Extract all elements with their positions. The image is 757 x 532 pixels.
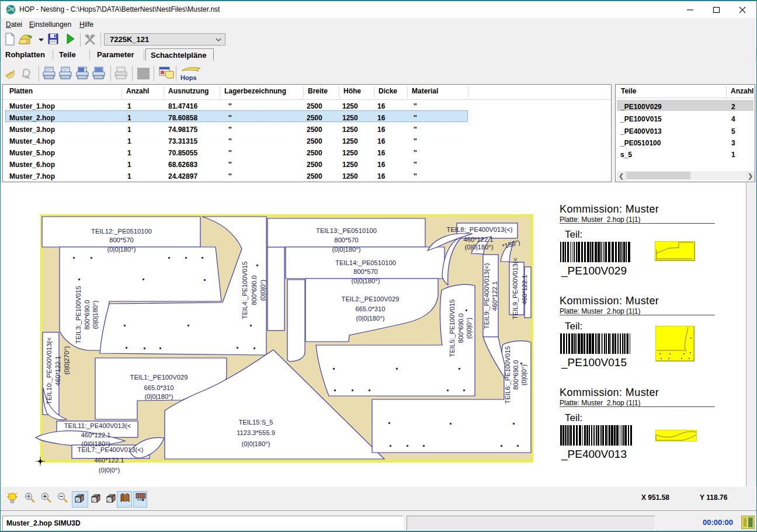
svg-text:TEIL15:S_5: TEIL15:S_5 xyxy=(238,419,273,426)
svg-text:(0|0|180°): (0|0|180°) xyxy=(356,315,385,322)
svg-text:800*570: 800*570 xyxy=(353,268,378,275)
svg-text:460*122.1: 460*122.1 xyxy=(463,236,493,243)
svg-text:TEIL4:_PE100V015: TEIL4:_PE100V015 xyxy=(241,262,248,319)
svg-text:(0|0|180°): (0|0|180°) xyxy=(107,246,136,253)
svg-text:665.0*310: 665.0*310 xyxy=(144,384,173,391)
svg-text:800*690.0: 800*690.0 xyxy=(457,313,464,343)
svg-text:(0|0|0°): (0|0|0°) xyxy=(99,467,120,474)
svg-text:TEIL1:_PE100V029: TEIL1:_PE100V029 xyxy=(130,374,188,381)
svg-text:460*122.1: 460*122.1 xyxy=(521,274,528,304)
svg-text:800*690.0: 800*690.0 xyxy=(512,360,519,390)
svg-text:TEIL8:_PE400V013(<): TEIL8:_PE400V013(<) xyxy=(447,226,513,233)
svg-text:TEIL3:_PE100V015: TEIL3:_PE100V015 xyxy=(75,286,82,344)
svg-text:(0|0|180°): (0|0|180°) xyxy=(332,246,361,253)
svg-text:(0|0|180°): (0|0|180°) xyxy=(352,277,380,284)
svg-text:1123.3*555.9: 1123.3*555.9 xyxy=(237,429,275,436)
svg-text:(0|0|180°): (0|0|180°) xyxy=(145,393,173,400)
svg-text:TEIL2:_PE100V029: TEIL2:_PE100V029 xyxy=(342,295,400,302)
svg-text:800*690.0: 800*690.0 xyxy=(251,275,258,305)
svg-text:TEIL7:_PE400V013(<): TEIL7:_PE400V013(<) xyxy=(78,446,144,453)
svg-text:TEIL13:_PE0510100: TEIL13:_PE0510100 xyxy=(316,227,377,234)
svg-text:(0|0|180°): (0|0|180°) xyxy=(242,440,270,447)
svg-text:460*122.1: 460*122.1 xyxy=(491,281,498,311)
svg-text:460*122.1: 460*122.1 xyxy=(81,432,110,439)
svg-text:(0|0|0°): (0|0|0°) xyxy=(520,364,527,386)
svg-text:800*570: 800*570 xyxy=(109,237,134,244)
svg-text:TEIL10:_PE400V013(<: TEIL10:_PE400V013(< xyxy=(46,337,53,404)
svg-text:(0|0|0°): (0|0|0°) xyxy=(259,280,266,301)
svg-text:TEIL9:_PE400V013(<): TEIL9:_PE400V013(<) xyxy=(483,263,490,329)
svg-text:TEIL12:_PE0510100: TEIL12:_PE0510100 xyxy=(91,228,152,235)
svg-text:(0|0|0°): (0|0|0°) xyxy=(466,318,473,339)
svg-text:TEIL5:_PE100V015: TEIL5:_PE100V015 xyxy=(449,300,456,357)
svg-text:460*122.1: 460*122.1 xyxy=(54,356,61,385)
svg-text:TEIL6:_PE100V015: TEIL6:_PE100V015 xyxy=(504,346,511,404)
svg-text:665.0*310: 665.0*310 xyxy=(355,305,385,312)
svg-text:800*570: 800*570 xyxy=(334,237,359,244)
svg-text:(0|0|180°): (0|0|180°) xyxy=(465,244,494,251)
svg-text:TEIL9_PE400V013(<: TEIL9_PE400V013(< xyxy=(512,258,519,319)
svg-text:460*122.1: 460*122.1 xyxy=(94,457,124,464)
svg-text:TEIL11:_PE400V013(<: TEIL11:_PE400V013(< xyxy=(64,422,131,429)
svg-text:TEIL14:_PE0510100: TEIL14:_PE0510100 xyxy=(335,259,396,266)
svg-text:800*690.0: 800*690.0 xyxy=(84,300,91,329)
svg-text:(0|0|270°): (0|0|270°) xyxy=(63,346,70,374)
svg-text:(0|0|180°): (0|0|180°) xyxy=(92,300,99,329)
